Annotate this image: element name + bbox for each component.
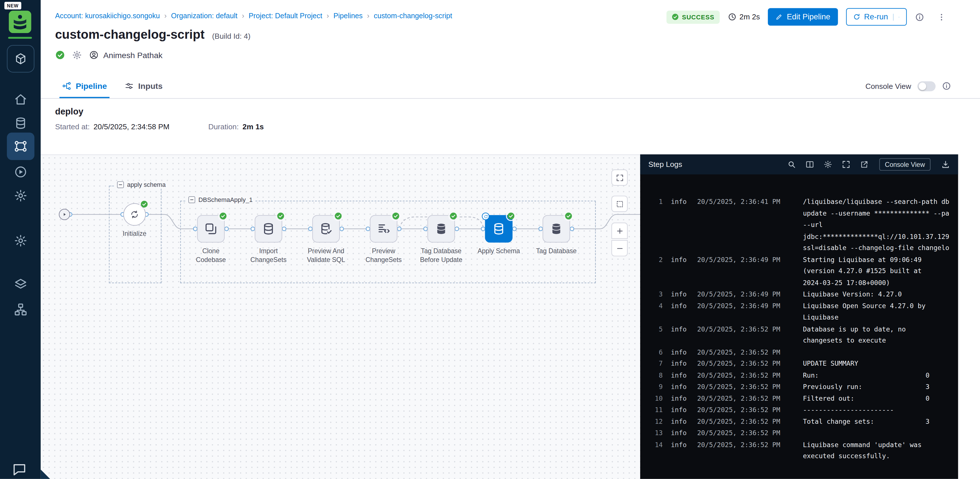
edit-pipeline-label: Edit Pipeline (787, 13, 830, 21)
log-level: info (671, 323, 689, 335)
node-initialize[interactable] (123, 203, 146, 226)
sidebar-item-executions[interactable] (13, 165, 27, 179)
clone-icon (204, 222, 218, 236)
info-icon[interactable] (915, 12, 924, 22)
build-id: (Build Id: 4) (212, 32, 251, 41)
log-row: 10info20/5/2025, 2:36:52 PMFiltered out:… (640, 392, 958, 404)
node-clone-codebase[interactable] (197, 215, 225, 243)
breadcrumb-item[interactable]: Project: Default Project (248, 12, 322, 19)
screen: NEW Account: kurosakiichigo.songoku›Orga… (0, 0, 980, 479)
status-badge: SUCCESS (667, 10, 719, 23)
databases-icon (13, 116, 27, 130)
header: Account: kurosakiichigo.songoku›Organiza… (41, 0, 980, 74)
log-timestamp: 20/5/2025, 2:36:52 PM (697, 381, 789, 392)
node-label: Initialize (113, 230, 156, 238)
log-line-number: 8 (649, 369, 663, 381)
chat-icon[interactable] (12, 462, 27, 477)
success-badge (392, 212, 400, 220)
console-view-button[interactable]: Console View (880, 158, 931, 171)
log-row: 9info20/5/2025, 2:36:52 PMPreviously run… (640, 381, 958, 392)
breadcrumb-item[interactable]: custom-changelog-script (374, 12, 452, 19)
canvas-corner-fold (41, 469, 50, 479)
log-row: 4info20/5/2025, 2:36:49 PMLiquibase Open… (640, 300, 958, 323)
node-label: Apply Schema (477, 247, 521, 255)
title-row: custom-changelog-script (Build Id: 4) (55, 28, 251, 42)
fit-view-button[interactable] (611, 170, 628, 186)
console-view-info-icon[interactable] (942, 81, 951, 90)
node-import-changesets[interactable] (255, 215, 283, 243)
node-tag-database[interactable] (542, 215, 570, 243)
log-row: 3info20/5/2025, 2:36:49 PMLiquibase Vers… (640, 288, 958, 300)
sidebar-item-triggers[interactable] (13, 189, 27, 203)
breadcrumb-separator: › (164, 12, 167, 19)
open-in-new-icon[interactable] (860, 160, 869, 169)
sidebar-item-settings[interactable] (13, 234, 27, 247)
pipeline-success-icon (55, 50, 65, 60)
node-apply-schema[interactable] (485, 215, 512, 243)
node-label: Clone Codebase (189, 247, 233, 264)
zoom-out-button[interactable] (611, 240, 628, 256)
log-timestamp: 20/5/2025, 2:36:52 PM (697, 427, 789, 439)
canvas-controls (611, 170, 628, 256)
log-level: info (671, 300, 689, 312)
log-timestamp: 20/5/2025, 2:36:49 PM (697, 288, 789, 300)
kebab-menu-icon[interactable] (937, 12, 947, 22)
sidebar-item-home[interactable] (13, 92, 27, 106)
rerun-button[interactable]: Re-run (846, 8, 907, 25)
zoom-in-button[interactable] (611, 223, 628, 239)
tab-pipeline-label: Pipeline (76, 81, 107, 90)
elapsed-label: 2m 2s (740, 13, 760, 21)
success-badge (449, 212, 458, 220)
log-row: 11info20/5/2025, 2:36:52 PM-------------… (640, 404, 958, 416)
log-message: UPDATE SUMMARY (803, 358, 951, 370)
sidebar-item-pipelines[interactable] (6, 132, 34, 160)
log-message: Liquibase Open Source 4.27.0 byLiquibase (803, 300, 951, 323)
breadcrumb-item[interactable]: Pipelines (334, 12, 363, 19)
gear-icon[interactable] (72, 50, 82, 60)
success-badge (219, 212, 227, 220)
tabbar: Pipeline Inputs Console View (41, 74, 980, 99)
select-mode-button[interactable] (611, 196, 628, 212)
download-icon[interactable] (941, 160, 950, 169)
expand-icon (616, 173, 624, 182)
node-preview-changesets[interactable] (370, 215, 397, 243)
modules-icon (14, 52, 27, 65)
log-level: info (671, 381, 689, 392)
stage-meta: Started at: 20/5/2025, 2:34:58 PM Durati… (55, 122, 264, 131)
step-logs-header: Step Logs Console View (640, 154, 958, 174)
stage-name: deploy (55, 106, 83, 116)
node-preview-and-validate-sql[interactable] (312, 215, 340, 243)
log-lines[interactable]: 1info20/5/2025, 2:36:41 PM/liquibase/liq… (640, 174, 958, 479)
log-row: 14info20/5/2025, 2:36:52 PMLiquibase com… (640, 439, 958, 462)
log-line-number: 4 (649, 300, 663, 312)
edit-pipeline-button[interactable]: Edit Pipeline (768, 8, 838, 25)
log-row: 7info20/5/2025, 2:36:52 PMUPDATE SUMMARY (640, 358, 958, 370)
executions-icon (13, 165, 27, 179)
node-tag-database-before-update[interactable] (427, 215, 455, 243)
breadcrumb-item[interactable]: Account: kurosakiichigo.songoku (55, 12, 160, 19)
search-icon[interactable] (787, 160, 796, 169)
pipeline-canvas[interactable]: apply schema DBSchemaApply_1 InitializeC… (41, 154, 640, 479)
log-timestamp: 20/5/2025, 2:36:52 PM (697, 346, 789, 358)
plus-icon (616, 227, 624, 235)
sidebar-item-modules[interactable] (6, 45, 34, 73)
success-badge (334, 212, 342, 220)
sidebar-item-organizations[interactable] (13, 303, 27, 316)
sidebar-item-databases[interactable] (13, 116, 27, 130)
split-view-icon[interactable] (805, 160, 814, 169)
success-badge (277, 212, 285, 220)
success-check-icon (671, 13, 679, 21)
success-badge (140, 200, 148, 208)
fullscreen-icon[interactable] (842, 160, 851, 169)
tab-inputs[interactable]: Inputs (124, 74, 163, 98)
tab-pipeline[interactable]: Pipeline (62, 74, 107, 98)
console-view-toggle[interactable] (917, 81, 935, 91)
breadcrumb-item[interactable]: Organization: default (171, 12, 237, 19)
sidebar-item-environments[interactable] (13, 278, 27, 291)
log-settings-icon[interactable] (824, 160, 832, 169)
chevron-down-icon[interactable] (893, 13, 900, 20)
refresh-icon (853, 13, 860, 21)
duration-value: 2m 1s (243, 122, 264, 131)
log-level: info (671, 346, 689, 358)
log-timestamp: 20/5/2025, 2:36:52 PM (697, 323, 789, 335)
